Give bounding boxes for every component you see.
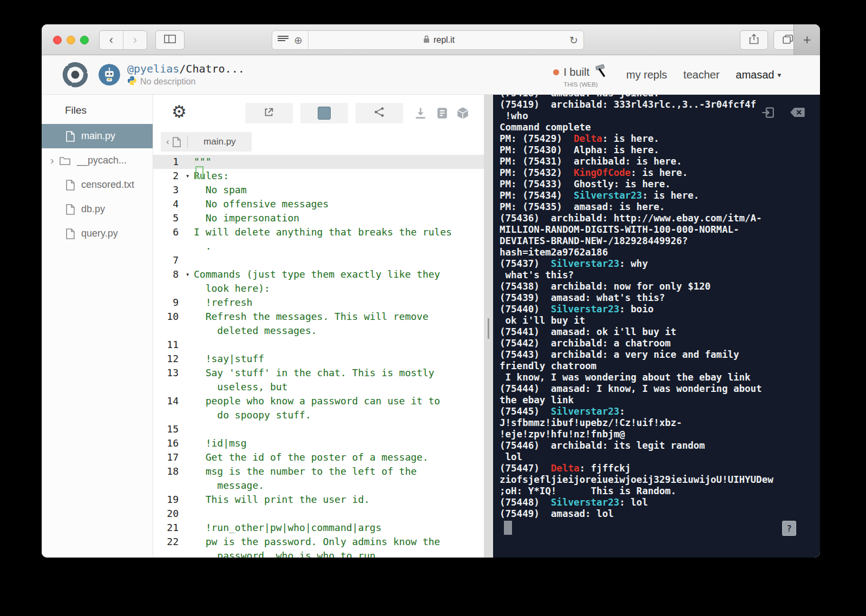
console-text: (75445)	[500, 406, 551, 417]
console-line: lol	[500, 451, 813, 463]
gear-icon[interactable]: ⚙	[172, 102, 187, 122]
console-text: PM: (75433) Ghostly: is here.	[500, 179, 671, 189]
share-repl-button[interactable]	[356, 103, 403, 123]
file-item-censored-txt[interactable]: censored.txt	[42, 173, 153, 197]
console-line: (75446) archibald: its legit random	[500, 440, 813, 451]
fold-spacer	[186, 422, 194, 436]
code-line: 3 No spam	[153, 183, 484, 197]
fold-spacer	[186, 211, 194, 225]
fold-spacer	[186, 253, 194, 267]
console-text: PM: (75431) archibald: is here.	[500, 156, 682, 167]
fold-icon[interactable]: ▾	[186, 169, 194, 183]
console-line: PM: (75435) amasad: is here.	[500, 201, 813, 213]
chevron-right-icon[interactable]: ›	[50, 154, 60, 167]
code-line: 7	[153, 253, 484, 267]
hammer-icon	[594, 64, 610, 81]
url-bar[interactable]: ⊕ repl.it ↻	[272, 30, 584, 50]
reader-icon[interactable]	[278, 35, 288, 45]
file-item-db-py[interactable]: db.py	[42, 197, 153, 221]
nav-my-repls[interactable]: my repls	[626, 69, 667, 81]
console-text: (75447)	[500, 463, 551, 474]
file-icon	[66, 180, 75, 191]
user-menu[interactable]: amasad ▾	[736, 69, 781, 81]
console-text: : is here.	[631, 167, 687, 178]
console-input-cursor[interactable]	[504, 521, 512, 535]
forward-button[interactable]: ›	[123, 31, 147, 49]
add-page-icon[interactable]: ⊕	[294, 34, 303, 47]
code-line: 4 No offensive messages	[153, 197, 484, 211]
code-line: 12 !say|stuff	[153, 352, 484, 366]
tab-main-py[interactable]: main.py	[188, 136, 252, 147]
new-file-icon[interactable]	[173, 137, 181, 147]
code-line: 10 Refresh the messages. This will remov…	[153, 310, 484, 338]
console-enter-icon[interactable]	[760, 106, 776, 120]
minimize-window-button[interactable]	[67, 36, 75, 44]
console-text: : is here.	[602, 133, 659, 144]
code-line: 16 !id|msg	[153, 436, 484, 450]
resize-handle[interactable]	[488, 318, 489, 339]
code-text: I will delete anything that breaks the r…	[194, 225, 452, 253]
back-button[interactable]: ‹	[100, 31, 123, 49]
console-line: (75418) amasad: has joined.	[500, 95, 813, 99]
code-line: 11	[153, 338, 484, 352]
console-panel[interactable]: (75418) amasad: has joined.(75419) archi…	[493, 95, 820, 558]
line-number: 3	[153, 183, 186, 197]
file-item-pycach[interactable]: ›__pycach...	[42, 148, 153, 173]
file-item-query-py[interactable]: query.py	[42, 221, 153, 246]
fold-spacer	[186, 310, 194, 338]
console-text: : boio	[619, 304, 653, 314]
url-bar-left: ⊕	[272, 31, 309, 49]
fold-icon[interactable]: ▾	[186, 267, 194, 296]
code-line: 22 pw is the password. Only admins know …	[153, 535, 484, 558]
repl-author[interactable]: @pyelias	[127, 62, 179, 75]
reload-icon[interactable]: ↻	[569, 34, 583, 47]
package-cube-icon[interactable]	[456, 106, 470, 120]
line-number: 12	[153, 352, 186, 366]
chevron-down-icon: ▾	[777, 71, 781, 79]
zoom-window-button[interactable]	[80, 36, 89, 44]
journal-icon[interactable]	[435, 106, 449, 120]
console-line: PM: (75432) KingOfCode: is here.	[500, 167, 813, 179]
code-line: 9 !refresh	[153, 296, 484, 310]
file-name: __pycach...	[77, 155, 127, 166]
avatar[interactable]	[99, 64, 120, 86]
console-line: (75441) amasad: ok i'll buy it	[500, 326, 813, 338]
repl-titles: @pyelias/Chatro... No description	[127, 62, 245, 88]
replit-logo[interactable]	[61, 61, 89, 89]
console-line: (75437) Silverstar23: why	[500, 258, 813, 270]
code-text: msg is the number to the left of the mes…	[194, 464, 417, 493]
nav-teacher[interactable]: teacher	[684, 69, 720, 81]
open-in-new-button[interactable]	[245, 103, 293, 123]
sidebar-toggle-button[interactable]	[155, 30, 185, 50]
stop-button[interactable]	[300, 103, 348, 123]
console-line: (75445) Silverstar23: J!sfbmmz!ibuf!upeb…	[500, 406, 813, 440]
line-number: 21	[153, 521, 186, 535]
download-icon[interactable]	[414, 106, 428, 120]
line-number: 16	[153, 436, 186, 450]
console-line: (75436) archibald: http://www.ebay.com/i…	[500, 213, 813, 258]
console-text: PM: (75429)	[500, 133, 574, 144]
console-text: lol	[500, 451, 522, 462]
share-page-button[interactable]	[740, 30, 768, 50]
console-text: (75439) amasad: what's this?	[500, 292, 665, 303]
code-text: !run_other|pw|who|command|args	[194, 521, 382, 535]
file-icon	[66, 228, 75, 239]
file-item-main-py[interactable]: main.py	[42, 124, 153, 148]
console-line: PM: (75434) Silverstar23: is here.	[500, 190, 813, 201]
sidebar-icon	[164, 35, 176, 45]
tab-segment: ‹ main.py	[161, 132, 252, 152]
i-built-this[interactable]: I built THIS (WEB)	[553, 64, 610, 88]
console-text: : is here.	[642, 190, 699, 201]
file-icon	[66, 204, 75, 215]
code-editor[interactable]: 1"""2▾Rules:3 No spam4 No offensive mess…	[153, 152, 484, 558]
close-window-button[interactable]	[53, 36, 62, 44]
line-number: 18	[153, 464, 186, 493]
fold-spacer	[186, 394, 194, 422]
line-number: 19	[153, 493, 186, 507]
console-clear-backspace-icon[interactable]	[790, 107, 805, 117]
console-text: ok i'll buy it	[500, 315, 585, 326]
console-help-button[interactable]: ?	[782, 521, 796, 536]
resize-gutter[interactable]	[484, 95, 493, 558]
new-tab-button[interactable]: +	[793, 24, 820, 55]
tab-scroll-left-icon[interactable]: ‹	[166, 136, 169, 147]
